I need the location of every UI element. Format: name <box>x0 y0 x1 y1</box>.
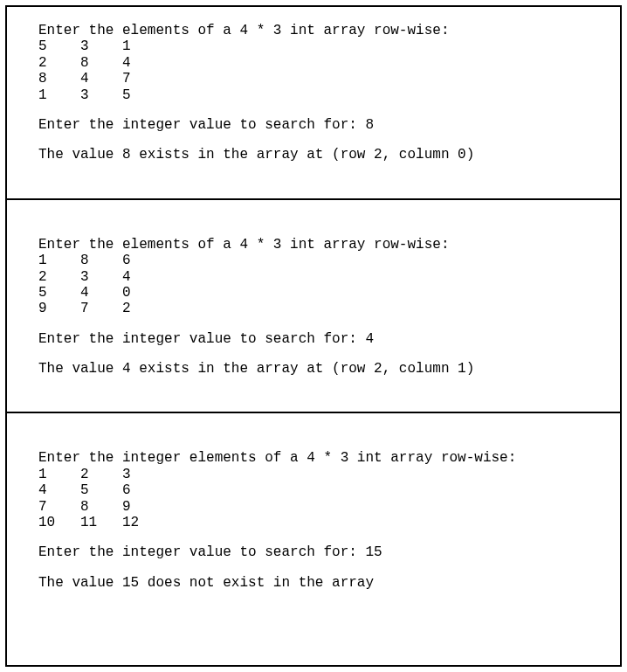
array-row: 1 2 3 <box>38 467 604 482</box>
input-prompt: Enter the integer elements of a 4 * 3 in… <box>38 450 604 466</box>
result-line: The value 15 does not exist in the array <box>38 575 604 591</box>
array-row: 7 8 9 <box>38 499 604 515</box>
array-row: 9 7 2 <box>38 301 604 316</box>
result-line: The value 4 exists in the array at (row … <box>38 361 604 377</box>
array-row: 1 8 6 <box>38 253 604 268</box>
output-container: Enter the elements of a 4 * 3 int array … <box>5 5 622 667</box>
array-row: 5 4 0 <box>38 285 604 301</box>
array-row: 10 11 12 <box>38 515 604 530</box>
search-prompt: Enter the integer value to search for: 1… <box>38 544 604 560</box>
run-panel-2: Enter the elements of a 4 * 3 int array … <box>7 200 620 414</box>
blank-line <box>38 133 604 147</box>
blank-line <box>38 530 604 544</box>
array-row: 2 3 4 <box>38 269 604 285</box>
array-row: 8 4 7 <box>38 71 604 87</box>
blank-line <box>38 347 604 361</box>
run-panel-3: Enter the integer elements of a 4 * 3 in… <box>7 413 620 643</box>
result-line: The value 8 exists in the array at (row … <box>38 147 604 163</box>
search-prompt: Enter the integer value to search for: 8 <box>38 117 604 133</box>
input-prompt: Enter the elements of a 4 * 3 int array … <box>38 237 604 253</box>
blank-line <box>38 317 604 331</box>
input-prompt: Enter the elements of a 4 * 3 int array … <box>38 23 604 38</box>
blank-line <box>38 103 604 117</box>
array-row: 1 3 5 <box>38 87 604 103</box>
blank-line <box>38 561 604 575</box>
search-prompt: Enter the integer value to search for: 4 <box>38 331 604 347</box>
array-row: 2 8 4 <box>38 55 604 71</box>
array-row: 5 3 1 <box>38 38 604 54</box>
array-row: 4 5 6 <box>38 482 604 498</box>
run-panel-1: Enter the elements of a 4 * 3 int array … <box>7 7 620 200</box>
